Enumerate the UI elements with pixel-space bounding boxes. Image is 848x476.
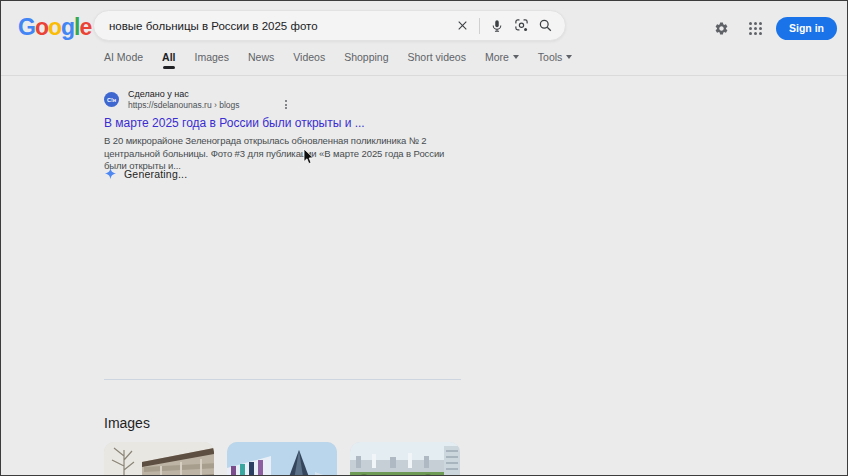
kebab-menu-icon[interactable] xyxy=(282,97,290,112)
google-search-results-page: Google новые больницы в России в 2025 фо… xyxy=(0,0,848,476)
site-favicon: С!н xyxy=(104,92,119,107)
chevron-down-icon xyxy=(513,55,519,59)
logo-letter: G xyxy=(18,14,35,41)
microphone-icon[interactable] xyxy=(485,14,509,38)
tab-label: Videos xyxy=(293,51,325,63)
apps-grid-dots xyxy=(749,22,762,35)
tab-more[interactable]: More xyxy=(485,51,519,72)
ai-generating-indicator: Generating... xyxy=(104,167,187,180)
tab-label: News xyxy=(248,51,274,63)
search-tabs: AI Mode All Images News Videos Shopping … xyxy=(1,51,848,76)
image-thumbnails xyxy=(104,442,460,476)
google-logo[interactable]: Google xyxy=(18,14,91,41)
source-text: Сделано у нас https://sdelanounas.ru › b… xyxy=(128,89,240,110)
tab-label: Tools xyxy=(538,51,563,63)
image-thumbnail-3[interactable] xyxy=(350,442,460,476)
section-divider xyxy=(104,379,461,380)
search-bar[interactable]: новые больницы в России в 2025 фото xyxy=(93,10,566,41)
tab-all[interactable]: All xyxy=(162,51,175,72)
logo-letter: o xyxy=(35,14,48,41)
tab-tools[interactable]: Tools xyxy=(538,51,573,72)
search-icon[interactable] xyxy=(533,14,557,38)
clear-icon[interactable] xyxy=(450,14,474,38)
search-result: С!н Сделано у нас https://sdelanounas.ru… xyxy=(104,89,464,173)
tab-ai-mode[interactable]: AI Mode xyxy=(104,51,143,72)
tab-label: Images xyxy=(195,51,229,63)
tab-shopping[interactable]: Shopping xyxy=(344,51,388,72)
logo-letter: o xyxy=(48,14,61,41)
tab-news[interactable]: News xyxy=(248,51,274,72)
tab-videos[interactable]: Videos xyxy=(293,51,325,72)
site-url: https://sdelanounas.ru › blogs xyxy=(128,100,240,110)
chevron-down-icon xyxy=(566,55,572,59)
result-title-link[interactable]: В марте 2025 года в России были открыты … xyxy=(104,116,464,130)
generating-label: Generating... xyxy=(124,168,187,180)
apps-grid-icon[interactable] xyxy=(742,15,768,41)
tab-images[interactable]: Images xyxy=(195,51,229,72)
tab-label: AI Mode xyxy=(104,51,143,63)
logo-letter: e xyxy=(79,14,91,41)
gemini-sparkle-icon xyxy=(104,167,117,180)
images-section-title: Images xyxy=(104,415,150,431)
divider xyxy=(479,18,480,34)
tab-short-videos[interactable]: Short videos xyxy=(408,51,466,72)
image-thumbnail-2[interactable] xyxy=(227,442,337,476)
tab-label: More xyxy=(485,51,509,63)
sign-in-button[interactable]: Sign in xyxy=(776,17,837,40)
logo-letter: g xyxy=(61,14,74,41)
tab-label: All xyxy=(162,51,175,63)
search-input[interactable]: новые больницы в России в 2025 фото xyxy=(109,20,450,32)
header-right-controls: Sign in xyxy=(708,15,837,41)
tab-label: Shopping xyxy=(344,51,388,63)
site-name: Сделано у нас xyxy=(128,89,240,100)
tab-label: Short videos xyxy=(408,51,466,63)
gear-icon[interactable] xyxy=(708,15,734,41)
google-lens-icon[interactable] xyxy=(509,14,533,38)
image-thumbnail-1[interactable] xyxy=(104,442,214,476)
